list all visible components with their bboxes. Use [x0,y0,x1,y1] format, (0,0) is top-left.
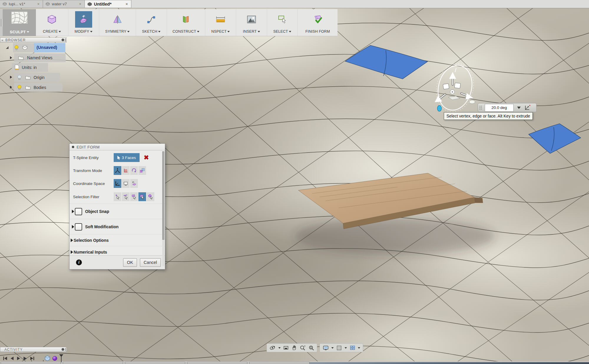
angle-dropdown-icon[interactable] [517,107,521,109]
browser-row-named-views[interactable]: Named Views [14,53,66,62]
expander-closed-icon[interactable] [10,86,12,89]
filter-edge-button[interactable] [122,192,130,201]
toolbar-menu-select[interactable]: SELECT [267,9,298,36]
grid-settings-icon[interactable] [337,345,342,350]
object-snap-checkbox[interactable] [75,208,82,215]
filter-face-button[interactable] [130,192,138,201]
finish-form-check-icon [312,14,323,24]
browser-row-origin[interactable]: Origin [14,73,60,82]
tab-close-icon[interactable]: × [37,2,40,6]
expander-closed-icon [71,239,73,242]
bulb-off-icon[interactable] [17,75,22,80]
tab-document-3-active[interactable]: Untitled* × [85,0,131,8]
clear-selection-icon[interactable]: ✖ [144,153,149,162]
toolbar-button-finish-form[interactable]: FINISH FORM [298,9,337,36]
select-cursor-icon [277,14,287,24]
grid-dropdown-icon[interactable] [345,347,347,349]
axis-toggle-icon[interactable] [524,105,531,111]
chevron-down-icon [127,31,130,32]
expander-closed-icon[interactable] [72,225,74,229]
transform-rotate-button[interactable] [130,166,138,175]
cancel-button[interactable]: Cancel [140,258,161,267]
timeline-playhead[interactable] [61,355,62,362]
tab-document-1[interactable]: lupi... v1* × [0,0,43,8]
panel-options-icon[interactable] [62,39,64,41]
display-mode-dropdown-icon[interactable] [331,347,334,349]
axis-icon [123,168,128,173]
toolbar-menu-modify[interactable]: MODIFY [68,9,99,36]
dialog-titlebar[interactable]: EDIT FORM [70,144,165,150]
coordspace-view-button[interactable] [122,179,130,188]
expander-open-icon[interactable] [6,46,9,49]
viewports-dropdown-icon[interactable] [358,347,360,349]
browser-row-bodies[interactable]: Bodies [14,83,62,92]
transform-axis-button[interactable] [122,166,130,175]
filter-body-button[interactable] [138,192,146,201]
document-cube-icon [3,2,7,6]
tab-close-icon[interactable]: × [125,2,128,6]
chevron-down-icon [158,31,161,32]
coordspace-local-button[interactable] [130,179,138,188]
bulb-on-icon[interactable] [14,45,19,51]
transform-translate-button[interactable] [114,166,121,175]
zoom-window-icon[interactable] [309,345,314,351]
orbit-icon[interactable] [269,345,275,350]
panel-options-icon[interactable] [62,348,64,351]
coordspace-world-button[interactable] [114,179,121,188]
expander-closed-icon [71,250,73,254]
toolbar-menu-symmetry[interactable]: SYMMETRY [99,9,136,36]
skip-to-end-button[interactable] [30,356,34,360]
cursor-arrow-icon [117,155,120,160]
info-icon[interactable]: i [76,259,82,265]
timeline-form-feature-icon[interactable] [44,355,50,361]
symmetry-mirror-icon [112,14,123,24]
ok-button[interactable]: OK [123,258,137,267]
toolbar-menu-insert[interactable]: INSERT [236,9,267,36]
filter-vertex-button[interactable] [114,192,121,201]
expander-closed-icon[interactable] [72,210,74,213]
pan-hand-icon[interactable] [292,345,297,350]
play-button[interactable] [23,356,27,361]
browser-title: BROWSER [5,38,26,42]
transform-scale-button[interactable] [138,166,146,175]
browser-row-units[interactable]: Units: in [12,63,48,72]
step-back-button[interactable] [10,356,14,360]
bulb-on-icon[interactable] [17,85,22,90]
workspace-selector-sculpt[interactable]: SCULPT [3,9,36,36]
toolbar-menu-inspect[interactable]: NSPECT [205,9,236,36]
tab-close-icon[interactable]: × [78,2,82,6]
chevron-down-icon [90,31,92,32]
toolbar-grip-handle[interactable] [0,9,3,36]
activity-title: ACTIVITY [4,348,23,352]
soft-modification-checkbox[interactable] [75,223,82,231]
expander-closed-icon[interactable] [10,56,12,59]
inspect-measure-icon [215,15,226,24]
collapse-left-icon[interactable]: « [1,38,4,42]
timeline-sphere-feature-icon[interactable] [52,356,57,361]
filter-sphere-button[interactable] [147,192,154,201]
skip-to-start-button[interactable] [3,356,7,360]
viewports-icon[interactable] [350,345,355,350]
sculpt-label: SCULPT [10,30,26,34]
zoom-icon[interactable] [300,345,305,351]
angle-input[interactable]: 20.0 deg [485,104,514,112]
look-at-icon[interactable] [283,345,289,350]
bottom-edge-strip [0,361,589,364]
expander-closed-icon[interactable] [10,76,12,79]
tspline-selection-button[interactable]: 3 Faces [114,153,140,162]
toolbar-menu-create[interactable]: CREATE [36,9,68,36]
display-mode-icon[interactable] [323,345,329,350]
activity-panel-header[interactable]: ACTIVITY [0,347,67,352]
construct-planes-icon [181,14,191,24]
status-tooltip: Select vertex, edge or face. Alt Key to … [444,112,533,120]
section-selection-options[interactable]: Selection Options [70,234,165,246]
browser-row-document[interactable]: (Unsaved) [13,43,65,52]
panel-grip-icon[interactable] [479,106,482,110]
toolbar-menu-sketch[interactable]: SKETCH [136,9,167,36]
orbit-dropdown-icon[interactable] [278,347,281,349]
browser-panel-header[interactable]: « BROWSER [0,37,67,42]
step-forward-button[interactable] [17,356,20,360]
tab-document-2[interactable]: water v7 × [43,0,85,8]
toolbar-menu-construct[interactable]: CONSTRUCT [167,9,206,36]
dialog-scrollbar[interactable] [162,151,164,266]
